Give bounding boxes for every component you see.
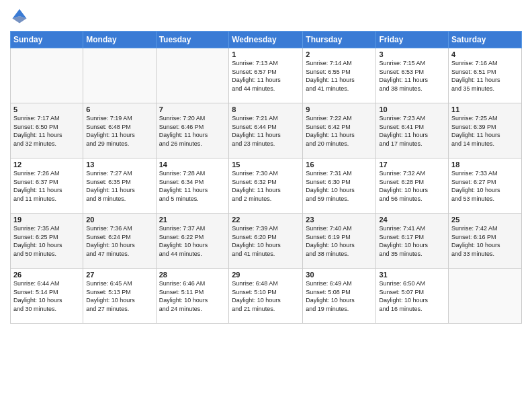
day-info: Sunrise: 7:27 AM Sunset: 6:35 PM Dayligh… <box>86 169 152 203</box>
day-cell: 18Sunrise: 7:33 AM Sunset: 6:27 PM Dayli… <box>449 158 522 214</box>
day-cell: 14Sunrise: 7:28 AM Sunset: 6:34 PM Dayli… <box>156 158 229 214</box>
day-info: Sunrise: 7:22 AM Sunset: 6:42 PM Dayligh… <box>306 114 373 148</box>
logo <box>10 7 32 26</box>
day-cell <box>449 269 522 324</box>
day-cell: 3Sunrise: 7:15 AM Sunset: 6:53 PM Daylig… <box>376 48 449 103</box>
day-number: 21 <box>159 216 226 224</box>
day-cell <box>156 48 229 103</box>
day-number: 2 <box>306 50 373 58</box>
day-cell: 8Sunrise: 7:21 AM Sunset: 6:44 PM Daylig… <box>229 103 303 158</box>
day-info: Sunrise: 7:13 AM Sunset: 6:57 PM Dayligh… <box>232 59 300 93</box>
day-cell: 28Sunrise: 6:46 AM Sunset: 5:11 PM Dayli… <box>156 269 229 324</box>
day-cell: 17Sunrise: 7:32 AM Sunset: 6:28 PM Dayli… <box>376 158 449 214</box>
day-number: 19 <box>13 216 80 224</box>
day-cell: 19Sunrise: 7:35 AM Sunset: 6:25 PM Dayli… <box>11 214 83 269</box>
day-cell: 23Sunrise: 7:40 AM Sunset: 6:19 PM Dayli… <box>303 214 376 269</box>
calendar: SundayMondayTuesdayWednesdayThursdayFrid… <box>10 31 522 324</box>
day-number: 29 <box>232 271 300 279</box>
day-cell: 16Sunrise: 7:31 AM Sunset: 6:30 PM Dayli… <box>303 158 376 214</box>
day-number: 27 <box>86 271 152 279</box>
day-cell: 20Sunrise: 7:36 AM Sunset: 6:24 PM Dayli… <box>83 214 156 269</box>
col-header-friday: Friday <box>376 32 449 48</box>
day-cell: 26Sunrise: 6:44 AM Sunset: 5:14 PM Dayli… <box>11 269 83 324</box>
day-info: Sunrise: 7:23 AM Sunset: 6:41 PM Dayligh… <box>379 114 445 148</box>
day-info: Sunrise: 6:50 AM Sunset: 5:07 PM Dayligh… <box>379 279 445 313</box>
day-cell: 27Sunrise: 6:45 AM Sunset: 5:13 PM Dayli… <box>83 269 156 324</box>
day-cell: 5Sunrise: 7:17 AM Sunset: 6:50 PM Daylig… <box>11 103 83 158</box>
day-number: 16 <box>306 161 373 169</box>
day-info: Sunrise: 7:14 AM Sunset: 6:55 PM Dayligh… <box>306 59 373 93</box>
day-number: 17 <box>379 161 445 169</box>
day-cell: 15Sunrise: 7:30 AM Sunset: 6:32 PM Dayli… <box>229 158 303 214</box>
day-cell: 11Sunrise: 7:25 AM Sunset: 6:39 PM Dayli… <box>449 103 522 158</box>
day-number: 1 <box>232 50 300 58</box>
page: SundayMondayTuesdayWednesdayThursdayFrid… <box>0 0 532 411</box>
col-header-monday: Monday <box>83 32 156 48</box>
day-number: 13 <box>86 161 152 169</box>
day-number: 15 <box>232 161 300 169</box>
day-info: Sunrise: 7:25 AM Sunset: 6:39 PM Dayligh… <box>451 114 519 148</box>
day-cell: 4Sunrise: 7:16 AM Sunset: 6:51 PM Daylig… <box>449 48 522 103</box>
day-info: Sunrise: 7:33 AM Sunset: 6:27 PM Dayligh… <box>451 169 519 203</box>
day-info: Sunrise: 7:21 AM Sunset: 6:44 PM Dayligh… <box>232 114 300 148</box>
day-cell: 2Sunrise: 7:14 AM Sunset: 6:55 PM Daylig… <box>303 48 376 103</box>
day-info: Sunrise: 7:39 AM Sunset: 6:20 PM Dayligh… <box>232 224 300 258</box>
header <box>10 7 522 26</box>
day-info: Sunrise: 7:19 AM Sunset: 6:48 PM Dayligh… <box>86 114 152 148</box>
logo-icon <box>10 7 29 26</box>
col-header-tuesday: Tuesday <box>156 32 229 48</box>
day-number: 26 <box>13 271 80 279</box>
day-number: 24 <box>379 216 445 224</box>
day-info: Sunrise: 7:26 AM Sunset: 6:37 PM Dayligh… <box>13 169 80 203</box>
day-info: Sunrise: 6:49 AM Sunset: 5:08 PM Dayligh… <box>306 279 373 313</box>
week-row-2: 5Sunrise: 7:17 AM Sunset: 6:50 PM Daylig… <box>11 103 522 158</box>
day-cell: 1Sunrise: 7:13 AM Sunset: 6:57 PM Daylig… <box>229 48 303 103</box>
col-header-wednesday: Wednesday <box>229 32 303 48</box>
week-row-5: 26Sunrise: 6:44 AM Sunset: 5:14 PM Dayli… <box>11 269 522 324</box>
day-info: Sunrise: 6:48 AM Sunset: 5:10 PM Dayligh… <box>232 279 300 313</box>
col-header-saturday: Saturday <box>449 32 522 48</box>
week-row-4: 19Sunrise: 7:35 AM Sunset: 6:25 PM Dayli… <box>11 214 522 269</box>
day-cell: 9Sunrise: 7:22 AM Sunset: 6:42 PM Daylig… <box>303 103 376 158</box>
day-number: 12 <box>13 161 80 169</box>
day-info: Sunrise: 7:31 AM Sunset: 6:30 PM Dayligh… <box>306 169 373 203</box>
col-header-sunday: Sunday <box>11 32 83 48</box>
day-number: 31 <box>379 271 445 279</box>
day-info: Sunrise: 7:16 AM Sunset: 6:51 PM Dayligh… <box>451 59 519 93</box>
day-info: Sunrise: 7:28 AM Sunset: 6:34 PM Dayligh… <box>159 169 226 203</box>
day-number: 7 <box>159 105 226 113</box>
day-cell: 30Sunrise: 6:49 AM Sunset: 5:08 PM Dayli… <box>303 269 376 324</box>
day-cell: 24Sunrise: 7:41 AM Sunset: 6:17 PM Dayli… <box>376 214 449 269</box>
day-number: 9 <box>306 105 373 113</box>
day-number: 28 <box>159 271 226 279</box>
day-number: 10 <box>379 105 445 113</box>
day-cell: 31Sunrise: 6:50 AM Sunset: 5:07 PM Dayli… <box>376 269 449 324</box>
day-number: 20 <box>86 216 152 224</box>
day-cell: 10Sunrise: 7:23 AM Sunset: 6:41 PM Dayli… <box>376 103 449 158</box>
day-cell: 13Sunrise: 7:27 AM Sunset: 6:35 PM Dayli… <box>83 158 156 214</box>
day-info: Sunrise: 7:42 AM Sunset: 6:16 PM Dayligh… <box>451 224 519 258</box>
week-row-1: 1Sunrise: 7:13 AM Sunset: 6:57 PM Daylig… <box>11 48 522 103</box>
day-info: Sunrise: 7:32 AM Sunset: 6:28 PM Dayligh… <box>379 169 445 203</box>
day-number: 14 <box>159 161 226 169</box>
day-cell <box>83 48 156 103</box>
day-number: 23 <box>306 216 373 224</box>
day-number: 18 <box>451 161 519 169</box>
day-cell: 25Sunrise: 7:42 AM Sunset: 6:16 PM Dayli… <box>449 214 522 269</box>
day-cell <box>11 48 83 103</box>
day-info: Sunrise: 6:44 AM Sunset: 5:14 PM Dayligh… <box>13 279 80 313</box>
day-number: 3 <box>379 50 445 58</box>
day-cell: 12Sunrise: 7:26 AM Sunset: 6:37 PM Dayli… <box>11 158 83 214</box>
day-info: Sunrise: 7:30 AM Sunset: 6:32 PM Dayligh… <box>232 169 300 203</box>
day-number: 8 <box>232 105 300 113</box>
day-number: 22 <box>232 216 300 224</box>
day-info: Sunrise: 7:20 AM Sunset: 6:46 PM Dayligh… <box>159 114 226 148</box>
week-row-3: 12Sunrise: 7:26 AM Sunset: 6:37 PM Dayli… <box>11 158 522 214</box>
day-info: Sunrise: 7:37 AM Sunset: 6:22 PM Dayligh… <box>159 224 226 258</box>
day-number: 5 <box>13 105 80 113</box>
day-number: 6 <box>86 105 152 113</box>
day-info: Sunrise: 6:46 AM Sunset: 5:11 PM Dayligh… <box>159 279 226 313</box>
day-number: 4 <box>451 50 519 58</box>
day-number: 11 <box>451 105 519 113</box>
day-cell: 6Sunrise: 7:19 AM Sunset: 6:48 PM Daylig… <box>83 103 156 158</box>
